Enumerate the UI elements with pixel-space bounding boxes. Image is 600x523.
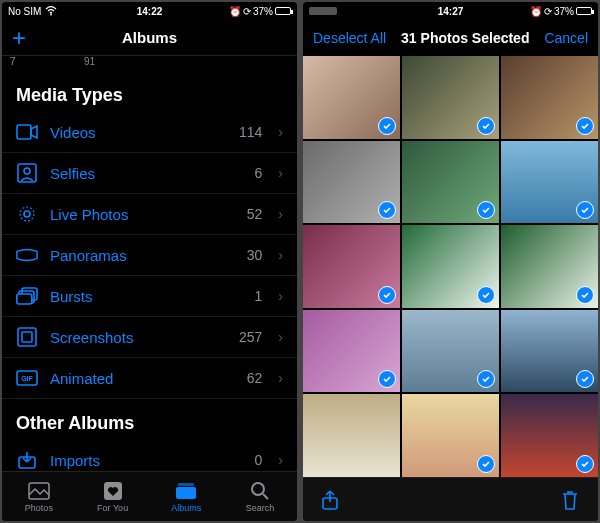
battery-icon [576, 7, 592, 15]
row-count: 1 [255, 288, 263, 304]
alarm-icon: ⏰ [530, 6, 542, 17]
add-album-button[interactable]: + [12, 24, 81, 52]
status-bar: 14:27 ⏰ ⟳ 37% [303, 2, 598, 20]
carrier-label: No SIM [8, 6, 41, 17]
clock-label: 14:22 [102, 6, 196, 17]
animated-icon: GIF [16, 367, 38, 389]
other-row-imports[interactable]: Imports0› [2, 440, 297, 471]
row-count: 114 [239, 124, 262, 140]
selected-checkmark-icon [477, 286, 495, 304]
photo-thumbnail[interactable] [402, 56, 499, 139]
svg-rect-8 [17, 294, 32, 304]
svg-rect-18 [176, 487, 196, 499]
photo-thumbnail[interactable] [402, 225, 499, 308]
heart-square-icon [102, 481, 124, 501]
selected-checkmark-icon [477, 455, 495, 473]
search-icon [249, 481, 271, 501]
row-count: 62 [247, 370, 263, 386]
carrier-redacted [309, 7, 337, 15]
chevron-right-icon: › [278, 247, 283, 263]
media-row-animated[interactable]: GIFAnimated62› [2, 358, 297, 399]
svg-point-4 [24, 211, 30, 217]
selected-checkmark-icon [477, 117, 495, 135]
chevron-right-icon: › [278, 452, 283, 468]
tab-label: For You [97, 503, 128, 513]
media-row-selfie[interactable]: Selfies6› [2, 153, 297, 194]
status-bar: No SIM 14:22 ⏰ ⟳ 37% [2, 2, 297, 20]
bursts-icon [16, 285, 38, 307]
clock-label: 14:27 [403, 6, 497, 17]
tab-for-you[interactable]: For You [76, 472, 150, 521]
photo-thumbnail[interactable] [402, 394, 499, 477]
media-row-screenshot[interactable]: Screenshots257› [2, 317, 297, 358]
screenshot-icon [16, 326, 38, 348]
trash-button[interactable] [560, 489, 582, 511]
photo-thumbnail[interactable] [303, 310, 400, 393]
photo-thumbnail[interactable] [501, 310, 598, 393]
svg-point-5 [20, 207, 34, 221]
selected-checkmark-icon [378, 286, 396, 304]
media-row-live[interactable]: Live Photos52› [2, 194, 297, 235]
selected-checkmark-icon [576, 455, 594, 473]
photo-thumbnail[interactable] [501, 141, 598, 224]
row-count: 52 [247, 206, 263, 222]
selected-checkmark-icon [378, 117, 396, 135]
selected-checkmark-icon [576, 117, 594, 135]
tab-photos[interactable]: Photos [2, 472, 76, 521]
photo-grid[interactable] [303, 56, 598, 477]
selection-bar: Deselect All 31 Photos Selected Cancel [303, 20, 598, 56]
tab-albums[interactable]: Albums [150, 472, 224, 521]
svg-rect-1 [17, 125, 31, 139]
chevron-right-icon: › [278, 288, 283, 304]
section-header-other-albums: Other Albums [2, 399, 297, 440]
battery-pct-label: 37% [554, 6, 574, 17]
battery-pct-label: 37% [253, 6, 273, 17]
tab-label: Photos [25, 503, 53, 513]
imports-icon [16, 449, 38, 471]
photo-thumbnail[interactable] [303, 225, 400, 308]
row-count: 257 [239, 329, 262, 345]
photo-thumbnail[interactable] [303, 394, 400, 477]
wifi-icon [45, 6, 57, 16]
row-label: Videos [50, 124, 227, 141]
media-row-bursts[interactable]: Bursts1› [2, 276, 297, 317]
photo-thumbnail[interactable] [501, 56, 598, 139]
svg-point-19 [252, 483, 264, 495]
svg-point-0 [50, 14, 52, 16]
tab-bar: Photos For You Albums Search [2, 471, 297, 521]
photo-thumbnail[interactable] [402, 310, 499, 393]
svg-point-3 [24, 168, 30, 174]
photo-thumbnail[interactable] [303, 56, 400, 139]
alarm-icon: ⏰ [229, 6, 241, 17]
photo-thumbnail[interactable] [501, 394, 598, 477]
tab-label: Search [246, 503, 275, 513]
photo-thumbnail[interactable] [402, 141, 499, 224]
row-label: Imports [50, 452, 243, 469]
rotation-lock-icon: ⟳ [243, 6, 251, 17]
bottom-toolbar [303, 477, 598, 521]
svg-text:GIF: GIF [21, 375, 33, 382]
tab-label: Albums [171, 503, 201, 513]
selection-count-label: 31 Photos Selected [386, 30, 544, 46]
rotation-lock-icon: ⟳ [544, 6, 552, 17]
section-header-media-types: Media Types [2, 71, 297, 112]
share-button[interactable] [319, 489, 341, 511]
photo-thumbnail[interactable] [501, 225, 598, 308]
albums-list[interactable]: 7 91 Media Types Videos114›Selfies6›Live… [2, 56, 297, 471]
media-row-panorama[interactable]: Panoramas30› [2, 235, 297, 276]
row-label: Selfies [50, 165, 243, 182]
row-label: Panoramas [50, 247, 235, 264]
media-row-video[interactable]: Videos114› [2, 112, 297, 153]
albums-screen: No SIM 14:22 ⏰ ⟳ 37% + Albums 7 91 Media… [2, 2, 297, 521]
row-count: 30 [247, 247, 263, 263]
chevron-right-icon: › [278, 206, 283, 222]
cancel-button[interactable]: Cancel [544, 30, 588, 46]
row-label: Live Photos [50, 206, 235, 223]
svg-rect-17 [178, 483, 194, 486]
page-title: Albums [81, 29, 219, 46]
tab-search[interactable]: Search [223, 472, 297, 521]
chevron-right-icon: › [278, 370, 283, 386]
photo-thumbnail[interactable] [303, 141, 400, 224]
svg-rect-9 [18, 328, 36, 346]
deselect-all-button[interactable]: Deselect All [313, 30, 386, 46]
